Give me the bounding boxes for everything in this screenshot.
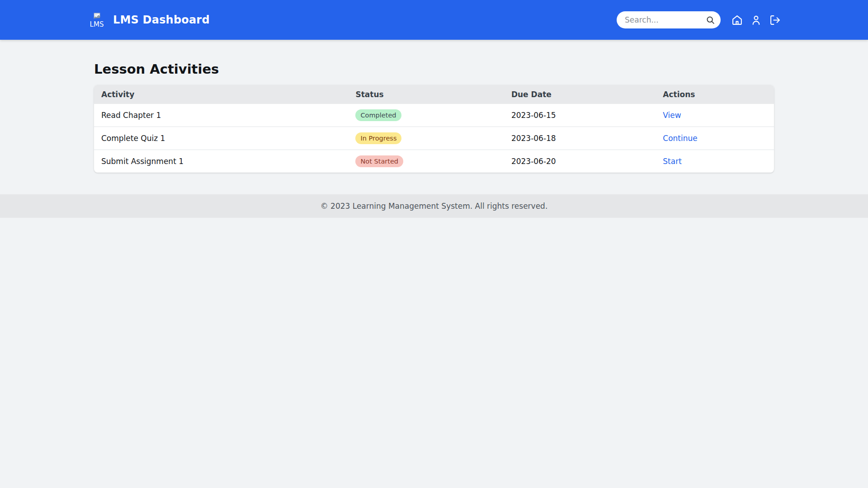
footer: © 2023 Learning Management System. All r… [0,194,868,218]
logout-icon[interactable] [769,14,781,26]
logo-alt-text: LMS [90,21,104,28]
activities-table-card: Activity Status Due Date Actions Read Ch… [94,85,774,173]
home-icon[interactable] [731,14,743,26]
page-title: Lesson Activities [94,61,774,77]
search-icon[interactable] [704,14,716,26]
column-header-actions: Actions [656,85,774,104]
due-date-cell: 2023-06-18 [504,127,656,150]
logo-broken-image: LMS [87,12,107,28]
status-cell: In Progress [348,127,504,150]
status-badge: Not Started [355,155,403,167]
user-icon[interactable] [750,14,762,26]
action-link[interactable]: Start [663,157,682,166]
broken-image-icon [93,12,101,21]
app-header: LMS LMS Dashboard [0,0,868,40]
action-link[interactable]: Continue [663,134,697,143]
table-body: Read Chapter 1Completed2023-06-15ViewCom… [94,104,774,173]
status-badge: Completed [355,109,401,121]
status-cell: Completed [348,104,504,127]
due-date-cell: 2023-06-20 [504,150,656,173]
table-header-row: Activity Status Due Date Actions [94,85,774,104]
header-nav [731,14,781,26]
activity-cell: Submit Assignment 1 [94,150,348,173]
main-content: Lesson Activities Activity Status Due Da… [94,40,774,194]
search-box [617,11,721,28]
actions-cell: View [656,104,774,127]
table-row: Complete Quiz 1In Progress2023-06-18Cont… [94,127,774,150]
column-header-activity: Activity [94,85,348,104]
actions-cell: Continue [656,127,774,150]
table-row: Submit Assignment 1Not Started2023-06-20… [94,150,774,173]
app-title: LMS Dashboard [113,14,210,26]
table-row: Read Chapter 1Completed2023-06-15View [94,104,774,127]
column-header-status: Status [348,85,504,104]
due-date-cell: 2023-06-15 [504,104,656,127]
status-cell: Not Started [348,150,504,173]
activity-cell: Read Chapter 1 [94,104,348,127]
action-link[interactable]: View [663,111,681,120]
activity-cell: Complete Quiz 1 [94,127,348,150]
footer-text: © 2023 Learning Management System. All r… [321,202,548,211]
actions-cell: Start [656,150,774,173]
column-header-due-date: Due Date [504,85,656,104]
activities-table: Activity Status Due Date Actions Read Ch… [94,85,774,173]
status-badge: In Progress [355,132,401,144]
